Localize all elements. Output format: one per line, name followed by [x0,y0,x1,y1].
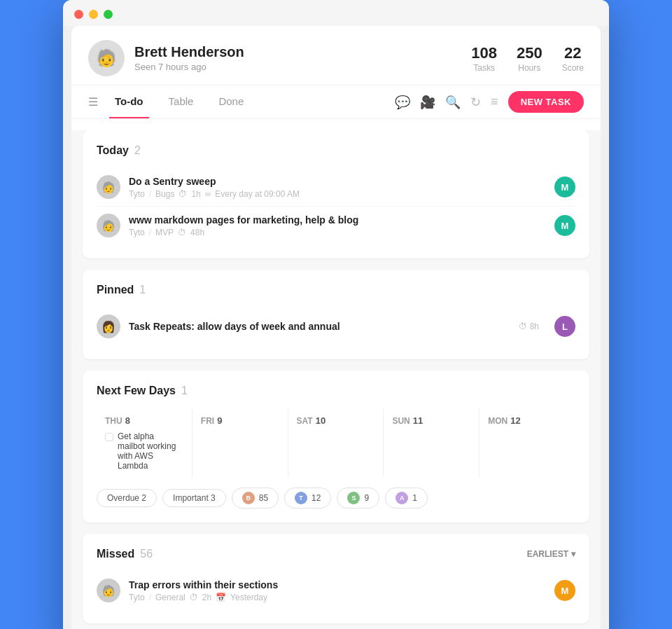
video-icon[interactable]: 🎥 [420,95,435,110]
list-icon[interactable]: ≡ [491,95,498,109]
task-avatar: 👩 [97,314,120,338]
missed-title: Missed 56 [97,548,153,560]
task-meta: Tyto / MVP ⏱ 48h [129,228,546,237]
next-few-days-title: Next Few Days 1 [97,385,575,397]
task-avatar: 🧓 [97,214,120,237]
pill-avatar: B [242,492,255,504]
next-few-days-section: Next Few Days 1 THU 8 Get alpha mailbot … [83,371,589,523]
task-item[interactable]: 🧓 Trap errors within their sections Tyto… [97,572,575,609]
task-avatar: 🧓 [97,175,120,199]
day-label-fri: FRI 9 [201,415,279,426]
pill-overdue[interactable]: Overdue 2 [97,489,157,507]
assignee-badge: M [554,580,575,601]
task-time: ⏱8h [519,322,539,331]
pill-avatar: T [295,492,307,504]
today-section: Today 2 🧓 Do a Sentry sweep Tyto / Bugs … [83,130,589,258]
assignee-badge: M [554,215,575,236]
filter-pills: Overdue 2 Important 3 B 85 T 12 S 9 [97,488,575,509]
day-label-thu: THU 8 [105,415,183,426]
earliest-sort-button[interactable]: EARLIEST ▾ [527,549,575,559]
main-content: Today 2 🧓 Do a Sentry sweep Tyto / Bugs … [71,130,601,629]
task-body: Task Repeats: allow days of week and ann… [129,321,510,332]
tasks-value: 108 [471,44,497,62]
missed-header: Missed 56 EARLIEST ▾ [97,548,575,560]
day-sat: SAT 10 [288,408,384,478]
nav-bar: ☰ To-do Table Done 💬 🎥 🔍 ↻ ≡ NEW TASK [71,85,601,119]
chat-icon[interactable]: 💬 [395,95,410,110]
stat-score: 22 Score [562,44,584,73]
day-label-mon: MON 12 [488,415,567,426]
avatar: 🧓 [88,40,125,76]
hours-label: Hours [517,63,542,73]
missed-tasks: 🧓 Trap errors within their sections Tyto… [97,572,575,609]
profile-name: Brett Henderson [134,44,244,60]
new-task-button[interactable]: NEW TASK [508,91,584,113]
stats: 108 Tasks 250 Hours 22 Score [471,44,584,73]
profile-seen: Seen 7 hours ago [134,62,244,72]
task-item[interactable]: 🧓 www markdown pages for marketing, help… [97,207,575,244]
profile-info: Brett Henderson Seen 7 hours ago [134,44,244,72]
maximize-button[interactable] [104,10,113,19]
pinned-title: Pinned 1 [97,284,575,296]
task-title: Do a Sentry sweep [129,176,546,187]
pill-important[interactable]: Important 3 [162,489,226,507]
menu-icon[interactable]: ☰ [88,95,98,109]
task-avatar: 🧓 [97,579,120,602]
pill-user-1[interactable]: A 1 [385,488,428,509]
days-grid: THU 8 Get alpha mailbot working with AWS… [97,408,575,478]
stat-hours: 250 Hours [517,44,542,73]
hours-value: 250 [517,44,542,62]
title-bar [63,0,609,26]
today-title: Today 2 [97,144,575,157]
tab-todo[interactable]: To-do [109,85,149,118]
avatar-emoji: 🧓 [96,48,117,68]
missed-section: Missed 56 EARLIEST ▾ 🧓 Trap errors withi… [83,534,589,623]
day-sun: SUN 11 [384,408,479,478]
task-body: Trap errors within their sections Tyto /… [129,579,546,602]
pill-avatar: A [396,492,408,504]
stat-tasks: 108 Tasks [471,44,497,73]
task-title: Task Repeats: allow days of week and ann… [129,321,510,332]
assignee-badge: M [554,177,575,198]
task-checkbox[interactable] [105,433,113,441]
today-count: 2 [134,144,141,157]
day-fri: FRI 9 [192,408,288,478]
content-area: 🧓 Brett Henderson Seen 7 hours ago 108 T… [71,26,601,629]
profile-header: 🧓 Brett Henderson Seen 7 hours ago 108 T… [71,26,601,85]
pinned-count: 1 [139,284,146,296]
day-label-sun: SUN 11 [392,415,470,426]
assignee-badge: L [554,316,575,337]
nav-actions: 💬 🎥 🔍 ↻ ≡ NEW TASK [395,91,584,113]
task-item[interactable]: 👩 Task Repeats: allow days of week and a… [97,307,575,345]
close-button[interactable] [74,10,83,19]
pill-avatar: S [347,492,360,504]
task-meta: Tyto / Bugs ⏱ 1h ∞ Every day at 09:00 AM [129,189,546,199]
tab-table[interactable]: Table [163,85,200,118]
task-body: Do a Sentry sweep Tyto / Bugs ⏱ 1h ∞ Eve… [129,176,546,199]
tasks-label: Tasks [471,63,497,73]
day-mon: MON 12 [479,408,575,478]
task-title: www markdown pages for marketing, help &… [129,214,546,226]
day-label-sat: SAT 10 [297,415,375,426]
app-window: 🧓 Brett Henderson Seen 7 hours ago 108 T… [63,0,609,629]
pill-user-12[interactable]: T 12 [284,488,331,509]
refresh-icon[interactable]: ↻ [470,95,481,110]
task-item[interactable]: 🧓 Do a Sentry sweep Tyto / Bugs ⏱ 1h ∞ E… [97,168,575,207]
next-few-days-count: 1 [181,385,188,397]
day-task[interactable]: Get alpha mailbot working with AWS Lambd… [105,431,183,471]
tab-done[interactable]: Done [213,85,249,118]
missed-count: 56 [140,548,153,560]
pill-user-85[interactable]: B 85 [232,488,279,509]
day-thu: THU 8 Get alpha mailbot working with AWS… [97,408,192,478]
search-icon[interactable]: 🔍 [445,95,461,110]
minimize-button[interactable] [89,10,98,19]
pill-user-9[interactable]: S 9 [337,488,379,509]
score-value: 22 [562,44,584,62]
pinned-section: Pinned 1 👩 Task Repeats: allow days of w… [83,270,589,359]
task-body: www markdown pages for marketing, help &… [129,214,546,237]
score-label: Score [562,63,584,73]
task-title: Trap errors within their sections [129,579,546,590]
task-meta: Tyto / General ⏱ 2h 📅 Yesterday [129,593,546,602]
